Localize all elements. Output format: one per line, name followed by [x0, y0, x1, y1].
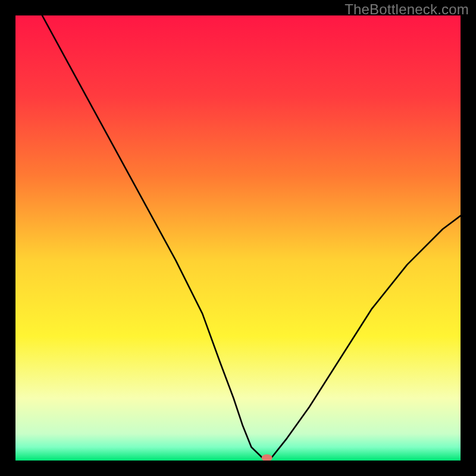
optimal-point-marker [262, 455, 273, 462]
chart-canvas [0, 0, 476, 476]
plot-background [15, 15, 461, 461]
watermark-text: TheBottleneck.com [345, 1, 469, 18]
chart-frame: TheBottleneck.com [0, 0, 476, 476]
